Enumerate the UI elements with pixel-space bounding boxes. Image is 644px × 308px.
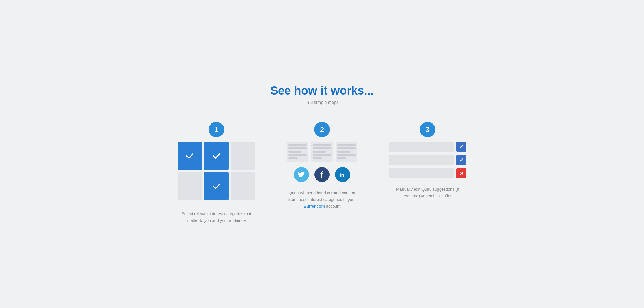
card-line	[288, 151, 301, 153]
card-line	[313, 147, 331, 149]
step-2-description: Quuu will send hand curated content from…	[286, 190, 358, 210]
step-1: 1	[172, 122, 261, 224]
linkedin-icon: in	[335, 167, 350, 182]
buffer-link[interactable]: Buffer.com	[304, 204, 325, 208]
twitter-bird-icon	[298, 171, 305, 178]
category-grid	[178, 142, 255, 200]
cat-cell-empty-3	[231, 172, 255, 200]
card-line	[313, 151, 326, 153]
checkmark-icon-3	[211, 181, 221, 191]
svg-text:in: in	[340, 173, 344, 177]
checkmark-icon-1	[185, 151, 195, 161]
card-line	[288, 147, 307, 149]
step-3-badge: 3	[420, 122, 435, 137]
suggestion-row-1: ✓	[389, 142, 466, 152]
step-3-description: Manually edit Quuu suggestions (if requi…	[391, 186, 464, 199]
step-1-description: Select relevant interest categories that…	[180, 211, 253, 224]
card-line	[337, 151, 350, 153]
card-line	[288, 154, 307, 156]
social-icons-row: in	[294, 167, 350, 182]
step-2-badge: 2	[314, 122, 330, 137]
subtitle: In 3 simple steps	[169, 100, 475, 105]
main-title: See how it works...	[169, 84, 475, 97]
step-2: 2	[278, 122, 366, 210]
steps-row: 1	[169, 122, 475, 224]
content-card-1	[287, 142, 308, 162]
suggestion-accept-1: ✓	[456, 142, 466, 152]
card-line	[337, 147, 356, 149]
facebook-f-icon	[318, 171, 326, 178]
card-line	[288, 144, 307, 146]
step-3-illustration: ✓ ✓ ✕	[389, 142, 466, 178]
cat-cell-checked-1	[178, 142, 202, 170]
facebook-icon	[314, 167, 330, 182]
twitter-icon	[294, 167, 309, 182]
step-2-illustration: in	[283, 142, 361, 182]
suggestion-accept-2: ✓	[456, 155, 466, 165]
suggestion-bar-1	[389, 142, 454, 152]
suggestion-bar-3	[389, 168, 454, 178]
card-line	[313, 154, 331, 156]
page-container: See how it works... In 3 simple steps 1	[169, 84, 475, 224]
suggestion-row-3: ✕	[389, 168, 466, 178]
card-line	[313, 144, 331, 146]
card-line	[313, 157, 322, 159]
suggestion-reject-1: ✕	[456, 168, 466, 178]
content-card-3	[336, 142, 357, 162]
checkmark-icon-2	[211, 151, 221, 161]
card-line	[337, 144, 356, 146]
card-line	[337, 157, 346, 159]
linkedin-in-icon: in	[339, 171, 346, 178]
cat-cell-empty-2	[178, 172, 202, 200]
cat-cell-empty-1	[231, 142, 255, 170]
card-line	[288, 157, 298, 159]
suggestion-bar-2	[389, 155, 454, 165]
content-card-2	[311, 142, 333, 162]
cat-cell-checked-2	[204, 142, 229, 170]
step-1-illustration	[178, 142, 255, 203]
cat-cell-checked-3	[204, 172, 229, 200]
card-line	[337, 154, 356, 156]
step-3: 3 ✓ ✓ ✕ Manually edit Quuu suggestions (…	[383, 122, 472, 199]
step-1-badge: 1	[209, 122, 224, 137]
content-cards	[287, 142, 357, 162]
suggestion-row-2: ✓	[389, 155, 466, 165]
